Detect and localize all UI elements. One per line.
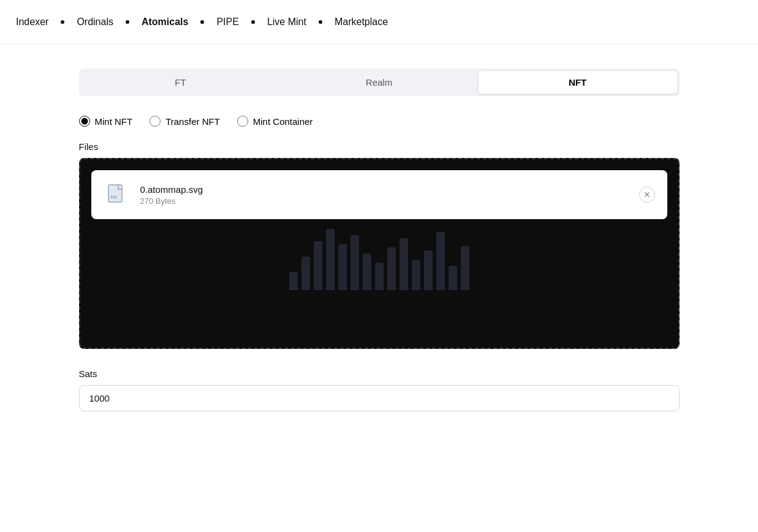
background-bar bbox=[400, 238, 408, 290]
nav-item-pipe[interactable]: PIPE bbox=[215, 14, 240, 30]
nav-item-live-mint[interactable]: Live Mint bbox=[266, 14, 308, 30]
nft-radio-group: Mint NFT Transfer NFT Mint Container bbox=[79, 116, 680, 127]
tab-realm[interactable]: Realm bbox=[280, 71, 479, 94]
radio-mint-container[interactable]: Mint Container bbox=[237, 116, 313, 127]
background-bar bbox=[461, 246, 469, 290]
background-bar bbox=[363, 253, 371, 290]
background-bar bbox=[351, 235, 359, 290]
nav-dot-4 bbox=[251, 20, 255, 24]
nav-dot-5 bbox=[319, 20, 322, 24]
navbar: Indexer Ordinals Atomicals PIPE Live Min… bbox=[0, 0, 758, 44]
svg-rect-0 bbox=[108, 185, 122, 202]
nav-dot-1 bbox=[61, 20, 64, 24]
background-bar bbox=[301, 257, 310, 290]
nav-item-indexer[interactable]: Indexer bbox=[15, 14, 50, 30]
file-size: 270 Bytes bbox=[140, 197, 639, 206]
file-card: SVG 0.atommap.svg 270 Bytes ✕ bbox=[91, 170, 667, 219]
nav-dot-3 bbox=[200, 20, 204, 24]
nav-dot-2 bbox=[126, 20, 129, 24]
radio-transfer-nft-label: Transfer NFT bbox=[165, 116, 220, 127]
sats-input[interactable] bbox=[79, 385, 680, 411]
background-bar bbox=[338, 244, 347, 290]
main-content: FT Realm NFT Mint NFT Transfer NFT Mint … bbox=[79, 44, 680, 448]
background-bar bbox=[289, 272, 298, 290]
background-bar bbox=[424, 250, 433, 290]
nav-item-atomicals[interactable]: Atomicals bbox=[140, 14, 189, 30]
tab-ft[interactable]: FT bbox=[81, 71, 280, 94]
radio-mint-container-label: Mint Container bbox=[253, 116, 313, 127]
sats-label: Sats bbox=[79, 369, 680, 379]
files-label: Files bbox=[79, 141, 680, 152]
nav-item-marketplace[interactable]: Marketplace bbox=[333, 14, 389, 30]
radio-mint-nft[interactable]: Mint NFT bbox=[79, 116, 133, 127]
background-bar bbox=[387, 247, 396, 290]
background-bar bbox=[412, 260, 420, 290]
background-bar bbox=[375, 263, 384, 290]
background-bars bbox=[289, 217, 469, 290]
background-bar bbox=[449, 266, 457, 290]
file-remove-button[interactable]: ✕ bbox=[639, 187, 655, 203]
radio-mint-nft-label: Mint NFT bbox=[95, 116, 133, 127]
background-bar bbox=[436, 232, 445, 290]
tab-group: FT Realm NFT bbox=[79, 69, 680, 96]
file-drop-zone[interactable]: SVG 0.atommap.svg 270 Bytes ✕ bbox=[79, 158, 680, 349]
file-type-icon: SVG bbox=[104, 181, 131, 208]
background-bar bbox=[326, 229, 335, 290]
sats-section: Sats bbox=[79, 369, 680, 411]
svg-text:SVG: SVG bbox=[110, 195, 117, 199]
nav-item-ordinals[interactable]: Ordinals bbox=[75, 14, 115, 30]
close-icon: ✕ bbox=[643, 190, 651, 200]
radio-transfer-nft[interactable]: Transfer NFT bbox=[150, 116, 220, 127]
file-name: 0.atommap.svg bbox=[140, 184, 639, 195]
tab-nft[interactable]: NFT bbox=[479, 71, 677, 94]
file-info: 0.atommap.svg 270 Bytes bbox=[140, 184, 639, 206]
background-bar bbox=[314, 241, 322, 290]
